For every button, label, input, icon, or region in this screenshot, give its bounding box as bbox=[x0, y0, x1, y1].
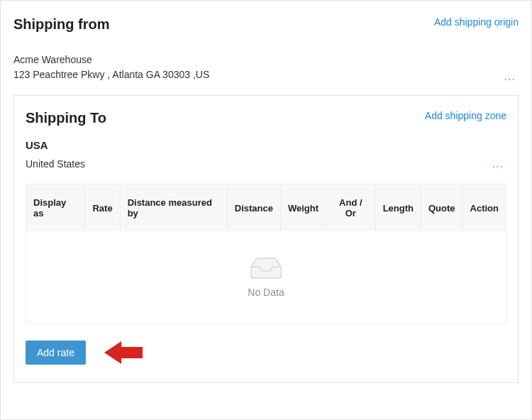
col-distance: Distance bbox=[227, 184, 280, 231]
add-rate-row: Add rate bbox=[26, 340, 506, 365]
zone-name: USA bbox=[26, 139, 506, 151]
svg-marker-0 bbox=[104, 341, 143, 364]
col-length: Length bbox=[375, 184, 421, 231]
col-distance-measured-by: Distance measured by bbox=[120, 184, 227, 231]
col-weight: Weight bbox=[280, 184, 326, 231]
col-action: Action bbox=[462, 184, 506, 231]
rates-table-header-row: Display as Rate Distance measured by Dis… bbox=[26, 184, 506, 231]
rates-table-empty-row: No Data bbox=[26, 231, 506, 324]
col-quote: Quote bbox=[421, 184, 462, 231]
rates-table-empty-cell: No Data bbox=[26, 231, 506, 324]
zone-country-row: United States ... bbox=[26, 158, 506, 170]
rates-table: Display as Rate Distance measured by Dis… bbox=[26, 184, 506, 324]
no-data-inner: No Data bbox=[26, 231, 506, 324]
shipping-from-title: Shipping from bbox=[13, 16, 110, 33]
zone-country: United States bbox=[26, 158, 85, 170]
rates-table-wrap: Display as Rate Distance measured by Dis… bbox=[26, 184, 506, 324]
inbox-icon bbox=[250, 257, 282, 281]
add-shipping-origin-link[interactable]: Add shipping origin bbox=[434, 16, 519, 28]
no-data-label: No Data bbox=[248, 287, 284, 298]
origin-details: Acme Warehouse 123 Peachtree Pkwy , Atla… bbox=[13, 52, 209, 82]
shipping-to-title: Shipping To bbox=[26, 110, 106, 126]
arrow-left-icon bbox=[104, 340, 143, 365]
zone-block: USA United States ... bbox=[26, 139, 506, 170]
shipping-to-header: Shipping To Add shipping zone bbox=[26, 110, 506, 126]
add-rate-button[interactable]: Add rate bbox=[26, 341, 86, 365]
origin-more-icon[interactable]: ... bbox=[501, 71, 519, 82]
col-and-or: And / Or bbox=[326, 184, 376, 231]
col-display-as: Display as bbox=[26, 184, 85, 231]
origin-address: 123 Peachtree Pkwy , Atlanta GA 30303 ,U… bbox=[13, 67, 209, 82]
shipping-to-panel: Shipping To Add shipping zone USA United… bbox=[13, 95, 519, 383]
col-rate: Rate bbox=[85, 184, 120, 231]
zone-more-icon[interactable]: ... bbox=[489, 158, 506, 170]
origin-name: Acme Warehouse bbox=[13, 52, 209, 67]
origin-block: Acme Warehouse 123 Peachtree Pkwy , Atla… bbox=[13, 52, 519, 82]
add-shipping-zone-link[interactable]: Add shipping zone bbox=[425, 110, 506, 121]
shipping-origin-panel: Shipping from Add shipping origin Acme W… bbox=[0, 0, 532, 420]
shipping-from-header: Shipping from Add shipping origin bbox=[13, 16, 519, 33]
